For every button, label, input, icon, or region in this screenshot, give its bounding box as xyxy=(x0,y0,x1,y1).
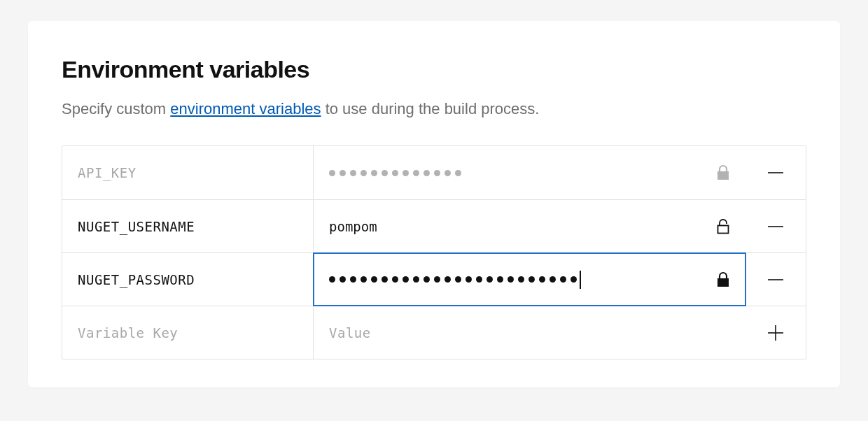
svg-rect-4 xyxy=(718,278,729,287)
env-var-key: NUGET_USERNAME xyxy=(78,219,195,234)
new-key-input[interactable] xyxy=(78,325,298,341)
unlock-icon[interactable] xyxy=(713,217,733,236)
env-vars-table: API_KEY NU xyxy=(62,145,806,359)
action-cell xyxy=(746,146,806,199)
desc-prefix: Specify custom xyxy=(62,100,170,117)
remove-button[interactable] xyxy=(766,163,785,183)
masked-dots xyxy=(329,170,461,176)
action-cell xyxy=(746,200,806,252)
env-var-row: NUGET_PASSWORD xyxy=(62,252,806,306)
env-var-value-cell[interactable] xyxy=(314,253,746,306)
remove-button[interactable] xyxy=(766,270,785,290)
desc-suffix: to use during the build process. xyxy=(321,100,540,117)
env-var-key-cell[interactable]: NUGET_USERNAME xyxy=(62,200,314,252)
env-var-key-cell[interactable]: NUGET_PASSWORD xyxy=(62,253,314,306)
env-var-value-cell[interactable] xyxy=(314,146,746,199)
action-cell xyxy=(746,253,806,306)
env-var-row: API_KEY xyxy=(62,146,806,199)
env-var-key: API_KEY xyxy=(78,165,136,180)
env-var-key-cell[interactable]: API_KEY xyxy=(62,146,314,199)
panel-description: Specify custom environment variables to … xyxy=(62,97,806,120)
new-value-input[interactable] xyxy=(329,325,733,341)
env-var-value: pompom xyxy=(329,219,705,234)
env-var-value-cell[interactable]: pompom xyxy=(314,200,746,252)
env-vars-docs-link[interactable]: environment variables xyxy=(170,100,321,117)
panel-title: Environment variables xyxy=(62,56,806,83)
action-cell xyxy=(746,306,806,359)
env-var-value xyxy=(329,170,705,176)
svg-rect-0 xyxy=(718,171,729,180)
env-vars-panel: Environment variables Specify custom env… xyxy=(28,21,840,387)
remove-button[interactable] xyxy=(766,217,785,236)
env-var-new-row xyxy=(62,306,806,359)
add-button[interactable] xyxy=(766,323,785,343)
text-caret xyxy=(580,271,581,289)
env-var-key-cell[interactable] xyxy=(62,306,314,359)
env-var-row: NUGET_USERNAME pompom xyxy=(62,199,806,252)
env-var-value-cell[interactable] xyxy=(314,306,746,359)
lock-icon[interactable] xyxy=(713,270,733,290)
lock-icon[interactable] xyxy=(713,163,733,183)
svg-rect-2 xyxy=(718,225,729,233)
masked-dots xyxy=(329,276,577,283)
env-var-value xyxy=(329,271,705,289)
env-var-key: NUGET_PASSWORD xyxy=(78,272,195,287)
